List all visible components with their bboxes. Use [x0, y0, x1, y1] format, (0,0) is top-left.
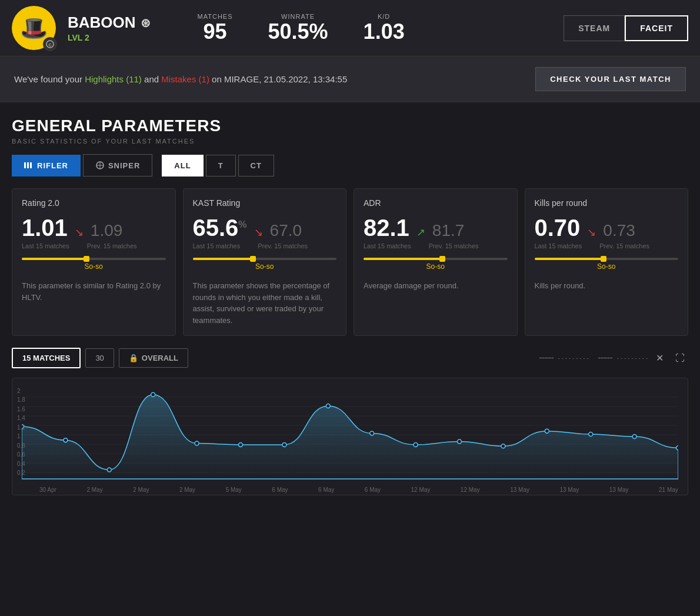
user-info: BABOON ⊛ LVL 2 [68, 14, 151, 42]
progress-marker-1 [250, 256, 256, 262]
username-text: BABOON [68, 14, 136, 32]
matches-filter-row: 15 MATCHES 30 🔒 OVERALL - - - - - - - - … [12, 348, 688, 368]
x-label: 2 May [86, 487, 102, 493]
last-matches-label-3: Last 15 matches [535, 242, 582, 249]
y-label: 1.4 [17, 415, 25, 421]
x-label: 6 May [318, 487, 334, 493]
card-main-value-1: 65.6% [193, 216, 247, 239]
x-label: 21 May [659, 487, 678, 493]
notification-text: We've found your Highlights (11) and Mis… [14, 74, 347, 84]
sniper-label: SNIPER [108, 161, 140, 170]
prev-matches-label-0: Prev. 15 matches [87, 242, 137, 249]
y-label: 0.6 [17, 451, 25, 458]
y-label: 0.4 [17, 461, 25, 467]
x-label: 2 May [133, 487, 149, 493]
matches-30-btn[interactable]: 30 [85, 348, 114, 368]
username: BABOON ⊛ [68, 14, 151, 32]
chart-dot [501, 444, 505, 448]
t-label: T [218, 161, 224, 170]
card-title-3: Kills per round [535, 198, 679, 208]
t-filter-btn[interactable]: T [206, 155, 236, 177]
quality-label-1: So-so [193, 262, 337, 271]
progress-marker-2 [439, 256, 445, 262]
progress-bar-0: So-so [22, 258, 166, 271]
all-filter-btn[interactable]: ALL [162, 155, 203, 177]
check-match-button[interactable]: CHECK YOUR LAST MATCH [535, 67, 686, 91]
card-match-labels-2: Last 15 matches Prev. 15 matches [364, 242, 508, 249]
x-label: 6 May [365, 487, 381, 493]
chart-dot [195, 441, 199, 445]
prev-matches-label-3: Prev. 15 matches [599, 242, 649, 249]
chart-dot [458, 439, 462, 444]
card-values-1: 65.6% ↘ 67.0 [193, 216, 337, 240]
svg-rect-2 [24, 162, 26, 168]
section-subtitle: BASIC STATISTICS OF YOUR LAST MATCHES [12, 138, 688, 145]
overall-label: OVERALL [142, 354, 178, 362]
notif-suffix: on MIRAGE, 21.05.2022, 13:34:55 [212, 74, 347, 84]
steam-button[interactable]: STEAM [564, 15, 625, 41]
level-badge: C [43, 37, 57, 51]
x-label: 12 May [461, 487, 480, 493]
chart-dot [545, 429, 549, 433]
card-values-2: 82.1 ↗ 81.7 [364, 216, 508, 240]
card-match-labels-3: Last 15 matches Prev. 15 matches [535, 242, 679, 249]
chart-dot [589, 432, 593, 437]
highlights-text: Highlights (11) [85, 74, 142, 84]
sniper-filter-btn[interactable]: SNIPER [83, 154, 152, 177]
last-matches-label-1: Last 15 matches [193, 242, 241, 249]
progress-bar-1: So-so [193, 258, 337, 271]
platform-buttons: STEAM FACEIT [564, 15, 688, 41]
progress-fill-2 [364, 258, 442, 260]
card-title-1: KAST Rating [193, 198, 337, 208]
card-match-labels-0: Last 15 matches Prev. 15 matches [22, 242, 166, 249]
faceit-button[interactable]: FACEIT [625, 15, 688, 41]
x-label: 13 May [559, 487, 579, 493]
svg-rect-3 [27, 162, 29, 168]
notification-bar: We've found your Highlights (11) and Mis… [0, 56, 700, 102]
rifler-filter-btn[interactable]: RIFLER [12, 155, 81, 177]
sniper-icon [95, 161, 105, 170]
chart-dot [107, 468, 111, 472]
card-description-0: This parameter is similar to Rating 2.0 … [22, 280, 166, 303]
y-label: 0.8 [17, 442, 25, 449]
notif-middle: and [144, 74, 161, 84]
last-matches-label-0: Last 15 matches [22, 242, 69, 249]
progress-track-3 [535, 258, 679, 260]
overall-btn[interactable]: 🔒 OVERALL [119, 348, 188, 368]
kd-label: K/D [364, 13, 405, 20]
stat-cards-row: Rating 2.0 1.01 ↘ 1.09 Last 15 matches P… [12, 188, 688, 336]
card-title-0: Rating 2.0 [22, 198, 166, 208]
arrow-up-icon: ↗ [416, 226, 425, 239]
card-title-2: ADR [364, 198, 508, 208]
filter-row: RIFLER SNIPER ALL T CT [12, 154, 688, 177]
stat-card-3: Kills per round 0.70 ↘ 0.73 Last 15 matc… [525, 188, 689, 336]
close-chart-btn[interactable]: ✕ [652, 350, 667, 366]
mistakes-text: Mistakes (1) [161, 74, 209, 84]
chart-dot [370, 431, 374, 435]
progress-fill-3 [535, 258, 604, 260]
ct-filter-btn[interactable]: CT [238, 155, 274, 177]
avatar: 🎩 C [12, 6, 56, 50]
x-label: 13 May [510, 487, 529, 493]
chart-dot [239, 442, 243, 447]
stat-card-1: KAST Rating 65.6% ↘ 67.0 Last 15 matches… [183, 188, 347, 336]
fullscreen-chart-btn[interactable]: ⛶ [672, 351, 688, 366]
matches-15-btn[interactable]: 15 MATCHES [12, 348, 81, 368]
card-values-0: 1.01 ↘ 1.09 [22, 216, 166, 240]
card-values-3: 0.70 ↘ 0.73 [535, 216, 679, 240]
y-label: 1.8 [17, 397, 25, 403]
kd-value: 1.03 [364, 20, 405, 44]
section-title: GENERAL PARAMETERS [12, 116, 688, 135]
chart-dot [632, 434, 636, 438]
arrow-down-icon: ↘ [587, 226, 596, 239]
progress-track-2 [364, 258, 508, 260]
chart-area: 21.81.61.41.210.80.60.40.2 30 Apr2 May2 … [12, 378, 688, 495]
main-content: GENERAL PARAMETERS BASIC STATISTICS OF Y… [0, 102, 700, 510]
quality-label-2: So-so [364, 262, 508, 271]
progress-bar-3: So-so [535, 258, 679, 271]
matches-value: 95 [198, 20, 233, 44]
prev-matches-label-2: Prev. 15 matches [429, 242, 479, 249]
stat-card-0: Rating 2.0 1.01 ↘ 1.09 Last 15 matches P… [12, 188, 176, 336]
winrate-stat: WINRATE 50.5% [268, 13, 328, 44]
y-label: 2 [17, 388, 25, 394]
